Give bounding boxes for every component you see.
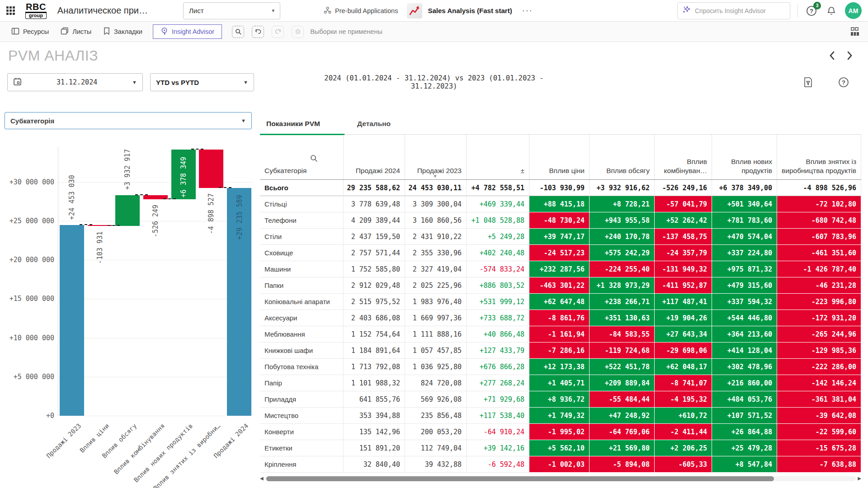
app-launcher-icon[interactable] [6,6,15,15]
cell-impact-5[interactable]: -39 642,08 [777,408,861,424]
cell-impact-4[interactable]: +8 547,84 [712,456,777,473]
cell-impact-5[interactable]: -46 231,28 [777,277,861,294]
cell-sales-2023[interactable]: 39 432,88 [405,456,467,473]
cell-impact-2[interactable]: +351 130,63 [590,310,655,326]
cell-delta[interactable]: -6 592,48 [467,456,529,473]
cell-impact-2[interactable]: -84 583,55 [590,326,655,343]
cell-impact-3[interactable]: +19 904,26 [655,310,712,326]
date-filter[interactable]: 31.12.2024 ▼ [7,73,143,91]
cell-impact-2[interactable]: -64 769,06 [590,424,655,440]
cell-delta[interactable]: +5 249,28 [467,229,529,245]
cell-delta[interactable]: +4 782 558,51 [467,180,529,196]
cell-impact-3[interactable]: +610,72 [655,408,712,424]
cell-impact-3[interactable]: -526 249,16 [655,180,712,196]
cell-impact-2[interactable]: +575 242,29 [590,245,655,261]
cell-subcategory[interactable]: Аксесуари [260,310,344,326]
cell-subcategory[interactable]: Побутова техніка [260,359,344,375]
cell-impact-1[interactable]: +62 647,48 [529,294,590,310]
cell-impact-2[interactable]: -55 484,44 [590,391,655,408]
cell-impact-2[interactable]: +1 328 973,29 [590,277,655,294]
cell-impact-5[interactable]: -607 783,96 [777,229,861,245]
cell-impact-2[interactable]: +47 248,92 [590,408,655,424]
cell-impact-5[interactable]: -7 638,88 [777,456,861,473]
cell-impact-2[interactable]: +3 932 916,62 [590,180,655,196]
tab-details[interactable]: Детально [351,113,397,134]
cell-sales-2023[interactable]: 112 749,04 [405,440,467,456]
cell-sales-2024[interactable]: 353 394,88 [344,408,405,424]
cell-sales-2023[interactable]: 2 025 225,96 [405,277,467,294]
cell-delta[interactable]: +469 339,44 [467,196,529,212]
cell-delta[interactable]: +39 142,16 [467,440,529,456]
cell-impact-5[interactable]: -1 426 787,40 [777,261,861,277]
cell-sales-2024[interactable]: 4 209 389,44 [344,212,405,229]
cell-delta[interactable]: +127 433,79 [467,343,529,359]
column-header[interactable]: Продажі 2023▼ [405,135,467,179]
cell-impact-4[interactable]: +337 594,32 [712,294,777,310]
search-input[interactable] [695,7,785,14]
insight-advisor-searchbox[interactable] [677,2,790,19]
insight-advisor-button[interactable]: Insight Advisor [153,24,222,39]
cell-sales-2024[interactable]: 2 515 975,52 [344,294,405,310]
cell-sales-2024[interactable]: 2 403 686,08 [344,310,405,326]
cell-impact-3[interactable]: -411 952,87 [655,277,712,294]
column-header[interactable]: Вплив ціни [529,135,590,179]
cell-delta[interactable]: +733 688,72 [467,310,529,326]
cell-subcategory[interactable]: Конверти [260,424,344,440]
column-header[interactable]: ± [467,135,529,179]
column-header[interactable]: Продажі 2024 [344,135,405,179]
cell-impact-4[interactable]: +501 340,64 [712,196,777,212]
cell-impact-3[interactable]: -24 357,79 [655,245,712,261]
cell-sales-2023[interactable]: 1 983 976,40 [405,294,467,310]
selections-sheet-filter-icon[interactable] [803,77,813,88]
waterfall-bar[interactable] [199,150,223,188]
more-menu-button[interactable]: ··· [522,6,533,15]
toolbar-item-bookmarks[interactable]: Закладки [97,22,148,42]
cell-impact-4[interactable]: +544 446,80 [712,310,777,326]
cell-sales-2024[interactable]: 1 101 988,32 [344,375,405,391]
cell-impact-1[interactable]: -103 930,99 [529,180,590,196]
cell-subcategory[interactable]: Папки [260,277,344,294]
cell-sales-2024[interactable]: 2 912 029,48 [344,277,405,294]
cell-impact-2[interactable]: -119 724,68 [590,343,655,359]
cell-impact-3[interactable]: -605,33 [655,456,712,473]
cell-subcategory[interactable]: Кріплення [260,456,344,473]
avatar[interactable]: AM [845,2,862,19]
cell-sales-2023[interactable]: 2 327 419,04 [405,261,467,277]
cell-impact-1[interactable]: +232 287,56 [529,261,590,277]
cell-impact-3[interactable]: -2 411,44 [655,424,712,440]
column-header[interactable]: Вплив комбінуван… [655,135,712,179]
cell-subcategory[interactable]: Стіли [260,229,344,245]
cell-impact-5[interactable]: -129 985,36 [777,343,861,359]
cell-sales-2023[interactable]: 24 453 030,11 [405,180,467,196]
cell-delta[interactable]: -64 910,24 [467,424,529,440]
cell-impact-4[interactable]: +364 213,60 [712,326,777,343]
cell-impact-5[interactable]: -4 898 526,96 [777,180,861,196]
cell-impact-2[interactable]: +21 569,80 [590,440,655,456]
scrollbar-thumb[interactable] [266,476,774,481]
cell-sales-2023[interactable]: 824 720,08 [405,375,467,391]
next-sheet-arrow[interactable] [846,51,854,61]
cell-sales-2024[interactable]: 1 713 792,08 [344,359,405,375]
toolbar-item-sheets[interactable]: Листы [55,22,97,42]
cell-impact-1[interactable]: -8 861,76 [529,310,590,326]
cell-impact-4[interactable]: +25 479,28 [712,440,777,456]
cell-impact-2[interactable]: +240 170,78 [590,229,655,245]
cell-sales-2023[interactable]: 569 926,08 [405,391,467,408]
cell-subcategory[interactable]: Меблювання [260,326,344,343]
cell-impact-3[interactable]: -57 041,79 [655,196,712,212]
smart-search-selections-icon[interactable] [232,26,244,38]
horizontal-scrollbar[interactable]: ◀ ▶ [260,475,861,482]
cell-delta[interactable]: +531 999,12 [467,294,529,310]
column-header[interactable]: Вплив знятих із виробництва продуктів [777,135,861,179]
cell-subcategory[interactable]: Машини [260,261,344,277]
cell-impact-4[interactable]: +975 871,32 [712,261,777,277]
cell-sales-2024[interactable]: 1 184 891,64 [344,343,405,359]
cell-impact-2[interactable]: -5 894,08 [590,456,655,473]
cell-impact-3[interactable]: -4 195,32 [655,391,712,408]
cell-sales-2024[interactable]: 2 757 571,44 [344,245,405,261]
cell-impact-5[interactable]: -172 931,20 [777,310,861,326]
cell-sales-2024[interactable]: 2 437 159,50 [344,229,405,245]
comparison-mode-dropdown[interactable]: YTD vs PYTD ▼ [150,73,254,91]
cell-impact-1[interactable]: -1 002,03 [529,456,590,473]
cell-impact-4[interactable]: +6 378 349,00 [712,180,777,196]
